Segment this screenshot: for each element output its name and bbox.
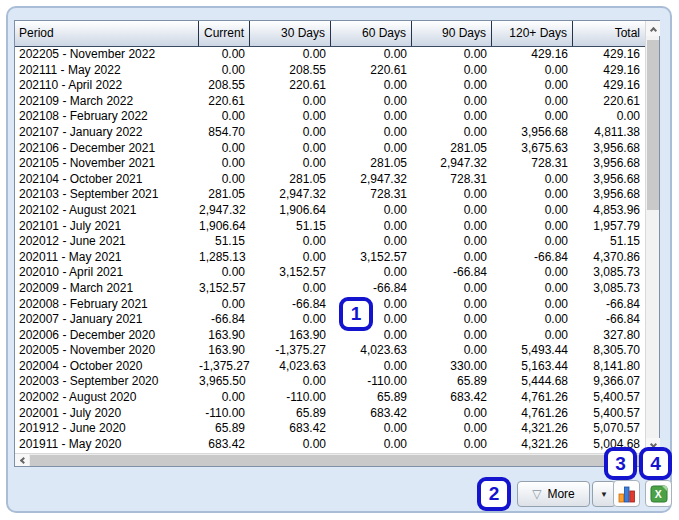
table-row[interactable]: 202007 - January 2021-66.840.000.000.000…	[15, 312, 645, 328]
amount-cell: 0.00	[492, 94, 573, 110]
amount-cell: 0.00	[412, 281, 492, 297]
amount-cell: 0.00	[250, 250, 331, 266]
amount-cell: 0.00	[250, 374, 331, 390]
table-row[interactable]: 202106 - December 20210.000.000.00281.05…	[15, 141, 645, 157]
column-header-current[interactable]: Current	[199, 21, 250, 46]
amount-cell: 0.00	[331, 219, 412, 235]
amount-cell: 0.00	[331, 141, 412, 157]
amount-cell: 51.15	[573, 234, 645, 250]
table-row[interactable]: 202006 - December 2020163.90163.900.000.…	[15, 328, 645, 344]
amount-cell: 0.00	[199, 109, 250, 125]
amount-cell: 429.16	[573, 78, 645, 94]
amount-cell: 0.00	[250, 281, 331, 297]
period-cell: 202107 - January 2022	[15, 125, 199, 141]
table-row[interactable]: 202110 - April 2022208.55220.610.000.000…	[15, 78, 645, 94]
chart-button[interactable]	[613, 480, 640, 507]
table-row[interactable]: 202205 - November 20220.000.000.000.0042…	[15, 47, 645, 63]
amount-cell: -66.84	[492, 250, 573, 266]
table-row[interactable]: 202102 - August 20212,947.321,906.640.00…	[15, 203, 645, 219]
horizontal-scrollbar[interactable]	[15, 453, 659, 466]
period-cell: 202002 - August 2020	[15, 390, 199, 406]
amount-cell: 0.00	[412, 328, 492, 344]
table-body: 202205 - November 20220.000.000.000.0042…	[15, 47, 645, 453]
amount-cell: 281.05	[250, 172, 331, 188]
amount-cell: 0.00	[331, 47, 412, 63]
table-row[interactable]: 202012 - June 202151.150.000.000.000.005…	[15, 234, 645, 250]
column-header-30-days[interactable]: 30 Days	[250, 21, 331, 46]
amount-cell: 163.90	[199, 343, 250, 359]
annotation-badge-2: 2	[477, 477, 511, 511]
table-row[interactable]: 202004 - October 2020-1,375.274,023.630.…	[15, 359, 645, 375]
table-row[interactable]: 202103 - September 2021281.052,947.32728…	[15, 187, 645, 203]
period-cell: 202103 - September 2021	[15, 187, 199, 203]
amount-cell: 5,400.57	[573, 390, 645, 406]
amount-cell: 220.61	[250, 78, 331, 94]
period-cell: 202111 - May 2022	[15, 63, 199, 79]
amount-cell: 0.00	[492, 172, 573, 188]
amount-cell: 0.00	[492, 109, 573, 125]
column-header-period[interactable]: Period	[15, 21, 199, 46]
amount-cell: 220.61	[331, 63, 412, 79]
vertical-scrollbar[interactable]	[645, 21, 659, 453]
amount-cell: 5,444.68	[492, 374, 573, 390]
chevron-up-icon	[649, 26, 656, 33]
amount-cell: 0.00	[412, 187, 492, 203]
amount-cell: 65.89	[250, 406, 331, 422]
amount-cell: 0.00	[492, 312, 573, 328]
table-row[interactable]: 202005 - November 2020163.90-1,375.274,0…	[15, 343, 645, 359]
amount-cell: 4,811.38	[573, 125, 645, 141]
horizontal-scroll-thumb[interactable]	[30, 455, 656, 466]
column-header-90-days[interactable]: 90 Days	[412, 21, 492, 46]
amount-cell: 0.00	[412, 343, 492, 359]
column-header-60-days[interactable]: 60 Days	[331, 21, 412, 46]
excel-export-button[interactable]: X	[645, 480, 672, 507]
amount-cell: 4,321.26	[492, 421, 573, 437]
table-row[interactable]: 201912 - June 202065.89683.420.000.004,3…	[15, 421, 645, 437]
amount-cell: 1,957.79	[573, 219, 645, 235]
amount-cell: 0.00	[412, 312, 492, 328]
scroll-left-button[interactable]	[15, 454, 29, 466]
amount-cell: -66.84	[250, 297, 331, 313]
amount-cell: 220.61	[573, 94, 645, 110]
amount-cell: 0.00	[199, 156, 250, 172]
table-row[interactable]: 202107 - January 2022854.700.000.000.003…	[15, 125, 645, 141]
amount-cell: 3,956.68	[492, 125, 573, 141]
amount-cell: 3,152.57	[250, 265, 331, 281]
amount-cell: -110.00	[331, 374, 412, 390]
table-row[interactable]: 201911 - May 2020683.420.000.000.004,321…	[15, 437, 645, 453]
vertical-scroll-thumb[interactable]	[647, 40, 659, 210]
amount-cell: 330.00	[412, 359, 492, 375]
period-cell: 202101 - July 2021	[15, 219, 199, 235]
table-row[interactable]: 202109 - March 2022220.610.000.000.000.0…	[15, 94, 645, 110]
table-row[interactable]: 202108 - February 20220.000.000.000.000.…	[15, 109, 645, 125]
table-row[interactable]: 202010 - April 20210.003,152.570.00-66.8…	[15, 265, 645, 281]
table-row[interactable]: 202104 - October 20210.00281.052,947.327…	[15, 172, 645, 188]
scroll-up-button[interactable]	[646, 21, 660, 36]
amount-cell: 0.00	[331, 359, 412, 375]
amount-cell: 0.00	[412, 47, 492, 63]
table-row[interactable]: 202001 - July 2020-110.0065.89683.420.00…	[15, 406, 645, 422]
amount-cell: 1,906.64	[199, 219, 250, 235]
amount-cell: 0.00	[331, 421, 412, 437]
amount-cell: 163.90	[199, 328, 250, 344]
table-row[interactable]: 202101 - July 20211,906.6451.150.000.000…	[15, 219, 645, 235]
amount-cell: 0.00	[331, 94, 412, 110]
amount-cell: -66.84	[199, 312, 250, 328]
table-row[interactable]: 202008 - February 20210.00-66.840.000.00…	[15, 297, 645, 313]
table-row[interactable]: 202111 - May 20220.00208.55220.610.000.0…	[15, 63, 645, 79]
amount-cell: 0.00	[199, 297, 250, 313]
column-header-total[interactable]: Total	[573, 21, 645, 46]
table-row[interactable]: 202003 - September 20203,965.500.00-110.…	[15, 374, 645, 390]
amount-cell: 5,493.44	[492, 343, 573, 359]
table-row[interactable]: 202009 - March 20213,152.570.00-66.840.0…	[15, 281, 645, 297]
amount-cell: 4,370.86	[573, 250, 645, 266]
more-button[interactable]: ▽ More	[517, 481, 590, 507]
table-row[interactable]: 202105 - November 20210.000.00281.052,94…	[15, 156, 645, 172]
amount-cell: 4,853.96	[573, 203, 645, 219]
amount-cell: -1,375.27	[250, 343, 331, 359]
amount-cell: 0.00	[412, 78, 492, 94]
column-header-120-days[interactable]: 120+ Days	[492, 21, 573, 46]
table-row[interactable]: 202002 - August 20200.00-110.0065.89683.…	[15, 390, 645, 406]
table-row[interactable]: 202011 - May 20211,285.130.003,152.570.0…	[15, 250, 645, 266]
amount-cell: 3,152.57	[331, 250, 412, 266]
